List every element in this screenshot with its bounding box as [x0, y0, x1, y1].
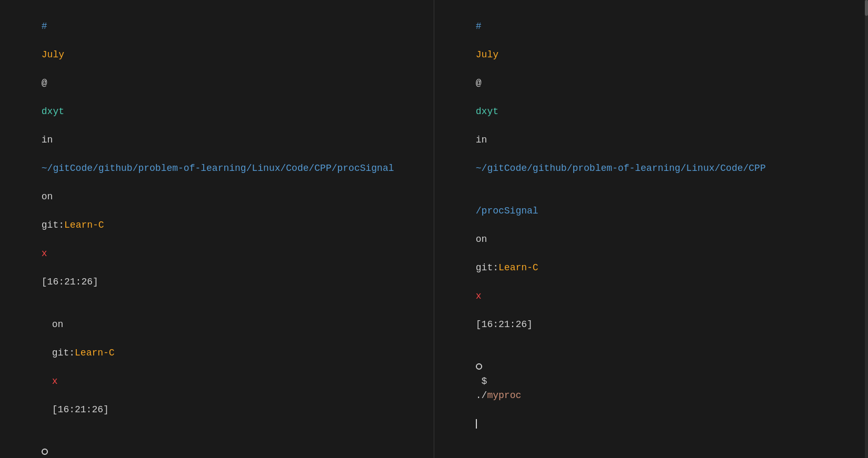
left-prompt-line: $ while : ; do ps axj | head -1 && ps ax… [7, 431, 426, 458]
right-hash: # [476, 21, 482, 32]
right-circle-icon [476, 363, 482, 370]
left-info-line-2: on git:Learn-C x [16:21:26] [7, 303, 426, 431]
left-on-2: on [52, 319, 64, 330]
right-cursor [476, 419, 477, 429]
left-july: July [42, 49, 64, 60]
left-path: ~/gitCode/github/problem-of-learning/Lin… [42, 163, 394, 174]
left-hash: # [42, 21, 47, 32]
left-git-label-2: git: [52, 348, 75, 358]
right-path: ~/gitCode/github/problem-of-learning/Lin… [476, 163, 766, 174]
right-space [476, 404, 482, 415]
left-on: on [42, 191, 53, 202]
left-dxyt: dxyt [42, 106, 64, 117]
scrollbar[interactable] [865, 0, 868, 458]
terminal-pane-right[interactable]: # July @ dxyt in ~/gitCode/github/proble… [434, 0, 868, 458]
right-prompt-line: $ ./myproc [442, 346, 861, 445]
right-branch: Learn-C [498, 262, 538, 273]
left-branch-2: Learn-C [75, 348, 115, 358]
right-info-line: # July @ dxyt in ~/gitCode/github/proble… [442, 5, 861, 190]
left-info-line: # July @ dxyt in ~/gitCode/github/proble… [7, 5, 426, 303]
right-dxyt: dxyt [476, 106, 498, 117]
right-myproc: myproc [487, 390, 521, 401]
left-git-label: git: [42, 220, 64, 230]
right-in: in [476, 135, 487, 145]
right-info-line-2: /procSignal on git:Learn-C x [16:21:26] [442, 190, 861, 346]
right-cmd: ./ [476, 390, 487, 401]
left-x-2: x [52, 376, 58, 386]
right-time: [16:21:26] [476, 319, 533, 330]
left-time-2: [16:21:26] [52, 404, 109, 415]
left-in: in [42, 135, 53, 145]
left-x: x [42, 248, 47, 259]
right-git-label: git: [476, 262, 498, 273]
left-branch: Learn-C [64, 220, 104, 230]
right-dollar: $ [476, 376, 493, 386]
right-on: on [476, 234, 487, 245]
terminal-container: # July @ dxyt in ~/gitCode/github/proble… [0, 0, 868, 458]
terminal-pane-left[interactable]: # July @ dxyt in ~/gitCode/github/proble… [0, 0, 434, 458]
right-x: x [476, 291, 482, 301]
right-path-2: /procSignal [476, 206, 538, 216]
left-circle-icon [42, 449, 48, 455]
left-at: @ [42, 78, 47, 88]
right-july: July [476, 49, 498, 60]
left-time: [16:21:26] [42, 277, 98, 287]
right-at: @ [476, 78, 482, 88]
scrollbar-thumb [865, 0, 868, 16]
